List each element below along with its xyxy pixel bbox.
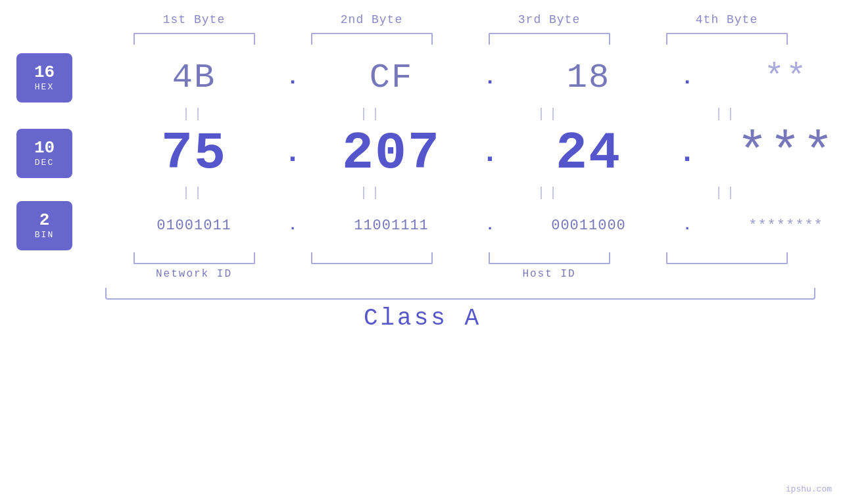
bin-badge-label: BIN (35, 230, 54, 240)
equals-2: || || || || (105, 183, 845, 202)
dec-byte4: *** (697, 124, 845, 183)
bottom-bracket-cell-2 (283, 252, 460, 264)
eq1-3: || (460, 106, 638, 122)
byte3-header: 3rd Byte (460, 13, 638, 26)
dec-dot-2: . (480, 137, 500, 170)
bin-dot-1: . (283, 218, 302, 234)
eq1-2: || (283, 106, 460, 122)
network-id-label: Network ID (105, 268, 283, 280)
hex-dot-2: . (480, 66, 500, 90)
dec-value-4: *** (736, 124, 835, 183)
hex-byte2: CF (302, 58, 480, 97)
dec-dot-1: . (283, 137, 302, 170)
dec-dot-3: . (677, 137, 697, 170)
equals-1: || || || || (105, 104, 845, 124)
hex-badge: 16 HEX (16, 53, 72, 103)
hex-byte4: ** (697, 58, 845, 97)
eq1-1: || (105, 106, 283, 122)
hex-row: 16 HEX 4B . CF . 18 . ** (0, 51, 845, 104)
hex-dot-1: . (283, 66, 302, 90)
bin-byte1: 01001011 (105, 218, 283, 234)
class-bracket-area (105, 288, 845, 300)
hex-value-1: 4B (172, 58, 216, 97)
eq2-4: || (638, 185, 815, 200)
bracket-cell-1 (105, 33, 283, 45)
dec-value-2: 207 (342, 124, 441, 183)
top-bracket-1 (133, 33, 255, 45)
byte4-header: 4th Byte (638, 13, 815, 26)
bin-bytes: 01001011 . 11001111 . 00011000 . *******… (105, 218, 845, 234)
top-bracket-4 (666, 33, 788, 45)
top-bracket-2 (311, 33, 433, 45)
bin-value-2: 11001111 (354, 218, 429, 234)
bin-badge-area: 2 BIN (0, 201, 105, 250)
bin-value-3: 00011000 (551, 218, 626, 234)
watermark: ipshu.com (786, 484, 832, 494)
eq1-4: || (638, 106, 815, 122)
bracket-cell-2 (283, 33, 460, 45)
dec-badge-number: 10 (34, 139, 55, 158)
byte2-header: 2nd Byte (283, 13, 460, 26)
eq2-2: || (283, 185, 460, 200)
bracket-cell-3 (460, 33, 638, 45)
dec-bytes: 75 . 207 . 24 . *** (105, 124, 845, 183)
eq2-3: || (460, 185, 638, 200)
bottom-bracket-2 (311, 252, 433, 264)
hex-badge-label: HEX (35, 82, 54, 92)
bottom-bracket-cell-4 (638, 252, 815, 264)
bottom-bracket-3 (489, 252, 610, 264)
dec-row: 10 DEC 75 . 207 . 24 . *** (0, 124, 845, 183)
dec-value-3: 24 (556, 124, 621, 183)
bottom-brackets (105, 252, 845, 264)
class-bracket (105, 288, 815, 300)
hex-bytes: 4B . CF . 18 . ** (105, 58, 845, 97)
id-labels: Network ID Host ID (105, 268, 845, 280)
dec-byte1: 75 (105, 124, 283, 183)
byte-headers: 1st Byte 2nd Byte 3rd Byte 4th Byte (105, 13, 845, 26)
dec-byte3: 24 (500, 124, 677, 183)
top-brackets (105, 33, 845, 45)
bottom-bracket-1 (133, 252, 255, 264)
dec-byte2: 207 (302, 124, 480, 183)
bin-value-1: 01001011 (157, 218, 231, 234)
eq2-1: || (105, 185, 283, 200)
dec-badge-label: DEC (35, 158, 54, 168)
bottom-bracket-4 (666, 252, 788, 264)
hex-byte1: 4B (105, 58, 283, 97)
class-label-area: Class A (0, 305, 845, 332)
bin-dot-2: . (480, 218, 500, 234)
hex-dot-3: . (677, 66, 697, 90)
bin-badge: 2 BIN (16, 201, 72, 250)
bin-row: 2 BIN 01001011 . 11001111 . 00011000 . *… (0, 202, 845, 248)
host-id-label: Host ID (283, 268, 815, 280)
hex-badge-area: 16 HEX (0, 53, 105, 103)
hex-value-4: ** (764, 58, 808, 97)
dec-badge-area: 10 DEC (0, 129, 105, 178)
top-bracket-3 (489, 33, 610, 45)
main-container: 1st Byte 2nd Byte 3rd Byte 4th Byte 16 H… (0, 0, 845, 504)
dec-value-1: 75 (161, 124, 227, 183)
dec-badge: 10 DEC (16, 129, 72, 178)
hex-value-3: 18 (567, 58, 610, 97)
bin-byte2: 11001111 (302, 218, 480, 234)
bracket-cell-4 (638, 33, 815, 45)
class-label: Class A (364, 305, 481, 332)
hex-value-2: CF (370, 58, 413, 97)
bin-byte3: 00011000 (500, 218, 677, 234)
bin-byte4: ******** (697, 218, 845, 234)
bin-badge-number: 2 (39, 211, 50, 230)
byte1-header: 1st Byte (105, 13, 283, 26)
hex-badge-number: 16 (34, 63, 55, 82)
bin-dot-3: . (677, 218, 697, 234)
bottom-bracket-cell-3 (460, 252, 638, 264)
bottom-bracket-cell-1 (105, 252, 283, 264)
bin-value-4: ******** (748, 218, 823, 234)
hex-byte3: 18 (500, 58, 677, 97)
